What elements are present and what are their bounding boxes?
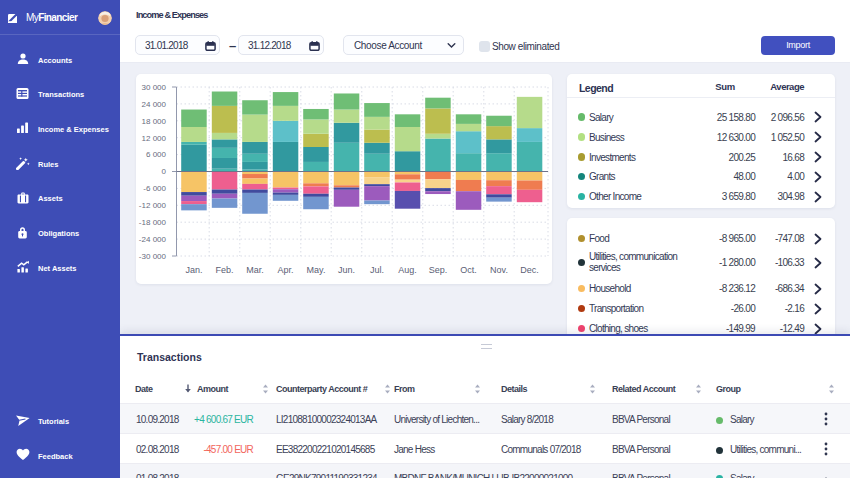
svg-text:Nov.: Nov. — [490, 265, 508, 275]
svg-text:Jan.: Jan. — [185, 265, 202, 275]
svg-text:12 000: 12 000 — [142, 134, 167, 143]
svg-text:-12 000: -12 000 — [139, 201, 167, 210]
svg-text:6 000: 6 000 — [146, 150, 167, 159]
svg-text:Dec.: Dec. — [520, 265, 539, 275]
svg-text:May.: May. — [307, 265, 326, 275]
svg-text:30 000: 30 000 — [142, 83, 167, 92]
svg-text:-24 000: -24 000 — [139, 235, 167, 244]
svg-text:-18 000: -18 000 — [139, 218, 167, 227]
svg-text:Aug.: Aug. — [398, 265, 417, 275]
svg-text:18 000: 18 000 — [142, 117, 167, 126]
svg-text:24 000: 24 000 — [142, 100, 167, 109]
svg-text:Jun.: Jun. — [338, 265, 355, 275]
svg-text:Mar.: Mar. — [246, 265, 264, 275]
svg-text:-30 000: -30 000 — [139, 252, 167, 261]
svg-text:Feb.: Feb. — [215, 265, 233, 275]
svg-text:Sep.: Sep. — [429, 265, 448, 275]
svg-text:Apr.: Apr. — [277, 265, 293, 275]
svg-text:Oct.: Oct. — [460, 265, 477, 275]
svg-text:-6 000: -6 000 — [143, 184, 166, 193]
svg-text:Jul.: Jul. — [370, 265, 384, 275]
svg-text:0: 0 — [162, 167, 167, 176]
